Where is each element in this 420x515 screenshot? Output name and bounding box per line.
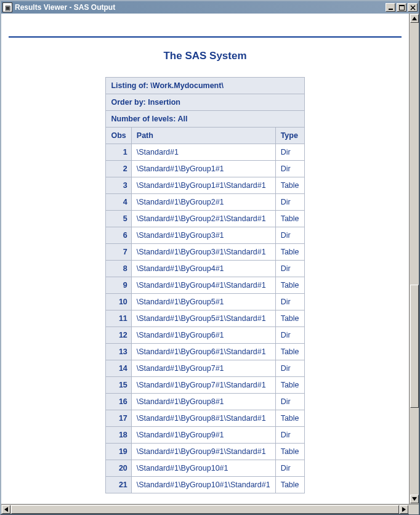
type-cell: Dir — [275, 360, 304, 377]
scroll-down-button[interactable] — [410, 495, 419, 503]
horizontal-scroll-thumb[interactable] — [11, 505, 399, 514]
table-row: 6\Standard#1\ByGroup3#1Dir — [106, 227, 304, 244]
levels-header-row: Number of levels: All — [106, 111, 304, 128]
type-cell: Table — [275, 310, 304, 327]
path-cell: \Standard#1\ByGroup1#1\Standard#1 — [131, 177, 275, 194]
obs-header: Obs — [106, 128, 131, 144]
scroll-right-button[interactable] — [400, 505, 408, 514]
levels-cell: Number of levels: All — [106, 111, 304, 128]
path-cell: \Standard#1\ByGroup2#1\Standard#1 — [131, 211, 275, 227]
chevron-right-icon — [402, 507, 406, 512]
obs-cell: 8 — [106, 261, 131, 277]
obs-cell: 1 — [106, 144, 131, 161]
table-row: 13\Standard#1\ByGroup6#1\Standard#1Table — [106, 344, 304, 360]
obs-cell: 11 — [106, 310, 131, 327]
maximize-icon — [399, 5, 405, 10]
path-cell: \Standard#1\ByGroup7#1\Standard#1 — [131, 377, 275, 394]
scroll-left-button[interactable] — [2, 505, 10, 514]
type-cell: Dir — [275, 294, 304, 310]
type-cell: Dir — [275, 427, 304, 444]
path-cell: \Standard#1\ByGroup9#1\Standard#1 — [131, 444, 275, 460]
obs-cell: 14 — [106, 360, 131, 377]
scrollbar-corner — [409, 505, 419, 514]
obs-cell: 12 — [106, 327, 131, 344]
path-cell: \Standard#1\ByGroup10#1 — [131, 460, 275, 477]
type-cell: Table — [275, 477, 304, 493]
table-row: 3\Standard#1\ByGroup1#1\Standard#1Table — [106, 177, 304, 194]
vertical-scroll-thumb[interactable] — [410, 285, 419, 408]
obs-cell: 9 — [106, 277, 131, 294]
table-row: 11\Standard#1\ByGroup5#1\Standard#1Table — [106, 310, 304, 327]
path-header: Path — [131, 128, 275, 144]
obs-cell: 2 — [106, 161, 131, 177]
type-cell: Table — [275, 177, 304, 194]
orderby-header-row: Order by: Insertion — [106, 94, 304, 111]
listing-header-row: Listing of: \Work.Mydocument\ — [106, 78, 304, 94]
scroll-up-button[interactable] — [410, 14, 419, 23]
type-cell: Dir — [275, 261, 304, 277]
type-cell: Dir — [275, 144, 304, 161]
chevron-down-icon — [412, 497, 417, 501]
titlebar[interactable]: ▣ Results Viewer - SAS Output — [1, 1, 419, 14]
table-row: 16\Standard#1\ByGroup8#1Dir — [106, 394, 304, 410]
path-cell: \Standard#1\ByGroup4#1\Standard#1 — [131, 277, 275, 294]
maximize-button[interactable] — [397, 3, 406, 12]
type-cell: Dir — [275, 394, 304, 410]
path-cell: \Standard#1\ByGroup9#1 — [131, 427, 275, 444]
type-cell: Table — [275, 344, 304, 360]
type-cell: Table — [275, 377, 304, 394]
path-cell: \Standard#1\ByGroup3#1\Standard#1 — [131, 244, 275, 261]
content-area: The SAS System Listing of: \Work.Mydocum… — [1, 14, 409, 504]
content-wrapper: The SAS System Listing of: \Work.Mydocum… — [1, 14, 419, 504]
minimize-button[interactable] — [386, 3, 395, 12]
table-row: 21\Standard#1\ByGroup10#1\Standard#1Tabl… — [106, 477, 304, 493]
window-controls — [384, 3, 418, 12]
path-cell: \Standard#1\ByGroup10#1\Standard#1 — [131, 477, 275, 493]
type-cell: Table — [275, 211, 304, 227]
horizontal-scrollbar[interactable] — [1, 504, 419, 514]
divider — [9, 36, 402, 38]
page-title: The SAS System — [9, 50, 402, 62]
obs-cell: 19 — [106, 444, 131, 460]
minimize-icon — [388, 5, 394, 10]
path-cell: \Standard#1\ByGroup2#1 — [131, 194, 275, 211]
results-viewer-window: ▣ Results Viewer - SAS Output The SAS Sy… — [0, 0, 420, 515]
table-row: 5\Standard#1\ByGroup2#1\Standard#1Table — [106, 211, 304, 227]
obs-cell: 5 — [106, 211, 131, 227]
table-row: 14\Standard#1\ByGroup7#1Dir — [106, 360, 304, 377]
table-row: 9\Standard#1\ByGroup4#1\Standard#1Table — [106, 277, 304, 294]
path-cell: \Standard#1\ByGroup5#1 — [131, 294, 275, 310]
obs-cell: 17 — [106, 410, 131, 427]
table-row: 12\Standard#1\ByGroup6#1Dir — [106, 327, 304, 344]
table-row: 7\Standard#1\ByGroup3#1\Standard#1Table — [106, 244, 304, 261]
obs-cell: 20 — [106, 460, 131, 477]
listing-of-cell: Listing of: \Work.Mydocument\ — [106, 78, 304, 94]
type-cell: Table — [275, 277, 304, 294]
type-cell: Dir — [275, 327, 304, 344]
table-row: 20\Standard#1\ByGroup10#1Dir — [106, 460, 304, 477]
path-cell: \Standard#1\ByGroup6#1\Standard#1 — [131, 344, 275, 360]
close-button[interactable] — [408, 3, 418, 12]
close-icon — [410, 5, 416, 10]
type-cell: Table — [275, 410, 304, 427]
obs-cell: 6 — [106, 227, 131, 244]
type-header: Type — [275, 128, 304, 144]
order-by-cell: Order by: Insertion — [106, 94, 304, 111]
type-cell: Dir — [275, 161, 304, 177]
path-cell: \Standard#1\ByGroup8#1\Standard#1 — [131, 410, 275, 427]
table-row: 2\Standard#1\ByGroup1#1Dir — [106, 161, 304, 177]
path-cell: \Standard#1\ByGroup1#1 — [131, 161, 275, 177]
type-cell: Table — [275, 444, 304, 460]
type-cell: Dir — [275, 227, 304, 244]
vertical-scrollbar[interactable] — [409, 14, 419, 504]
table-row: 4\Standard#1\ByGroup2#1Dir — [106, 194, 304, 211]
obs-cell: 21 — [106, 477, 131, 493]
chevron-left-icon — [4, 507, 8, 512]
path-cell: \Standard#1 — [131, 144, 275, 161]
obs-cell: 7 — [106, 244, 131, 261]
type-cell: Table — [275, 244, 304, 261]
type-cell: Dir — [275, 194, 304, 211]
obs-cell: 15 — [106, 377, 131, 394]
obs-cell: 18 — [106, 427, 131, 444]
path-cell: \Standard#1\ByGroup6#1 — [131, 327, 275, 344]
